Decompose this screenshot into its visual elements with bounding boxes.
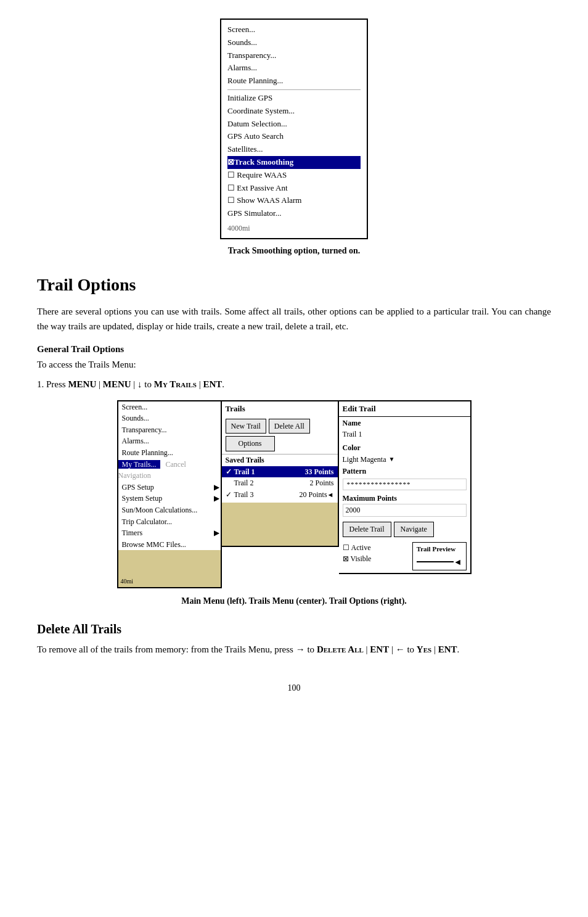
trail-item-2[interactable]: Trail 2 2 Points: [222, 477, 338, 489]
trail-1-name: Trail 1: [234, 466, 305, 478]
trail-1-points: 33 Points: [304, 466, 333, 478]
menu-item-alarms: Alarms...: [227, 62, 361, 75]
preview-arrowhead: ◄: [454, 556, 462, 569]
panels-caption: Main Menu (left). Trails Menu (center). …: [37, 594, 551, 607]
new-trail-button[interactable]: New Trail: [226, 419, 266, 434]
rp-color-label: Color: [339, 442, 470, 454]
trail-preview-box: Trail Preview ◄: [412, 542, 467, 571]
delete-section-title: Delete All Trails: [37, 620, 551, 638]
trail-3-check: ✓: [226, 489, 234, 501]
instruction-text: To access the Trails Menu:: [37, 358, 551, 372]
rp-pattern-label: Pattern: [339, 465, 470, 477]
rp-visible-checkbox[interactable]: ⊠ Visible: [343, 553, 372, 565]
lp-map-label: 40mi: [121, 577, 134, 586]
center-panel: Trails New Trail Delete All Options Save…: [222, 400, 339, 548]
delete-trail-button[interactable]: Delete Trail: [343, 522, 391, 537]
panels-container: Screen... Sounds... Transparency... Alar…: [37, 400, 551, 589]
menu-item-gps-sim: GPS Simulator...: [227, 207, 361, 220]
rp-title: Edit Trail: [339, 401, 470, 417]
delete-section-text: To remove all of the trails from memory:…: [37, 642, 551, 657]
trail-1-check: ✓: [226, 466, 234, 478]
rp-color-value: Light Magenta: [343, 454, 386, 466]
lp-timers: Timers▶: [118, 527, 223, 539]
delete-all-button[interactable]: Delete All: [269, 419, 310, 434]
rp-dropdown-arrow[interactable]: ▼: [388, 454, 394, 464]
lp-screen: Screen...: [118, 401, 223, 413]
rp-max-points-label: Maximum Points: [339, 491, 470, 504]
top-menu-box: Screen... Sounds... Transparency... Alar…: [220, 19, 368, 239]
body-text: There are several options you can use wi…: [37, 304, 551, 334]
rp-name-value: Trail 1: [339, 429, 470, 442]
visible-label: Visible: [351, 553, 372, 565]
menu-item-transparency: Transparency...: [227, 49, 361, 62]
lp-map-area: 40mi: [118, 550, 221, 587]
cp-buttons: New Trail Delete All: [222, 416, 338, 437]
menu-item-screen: Screen...: [227, 23, 361, 36]
rp-active-checkbox[interactable]: ☐ Active: [343, 542, 372, 554]
preview-arrow: ◄: [417, 556, 462, 569]
active-checkbox-box: ☐: [343, 542, 349, 554]
lp-trip-calc: Trip Calculator...: [118, 516, 223, 528]
saved-trails-label: Saved Trails: [222, 454, 338, 466]
trail-2-points: 2 Points: [309, 477, 333, 489]
menu-item-track-smoothing[interactable]: ⊠Track Smoothing: [227, 156, 361, 169]
menu-item-ext-passive: ☐ Ext Passive Ant: [227, 182, 361, 195]
trail-2-check: [226, 477, 234, 489]
lp-route-planning: Route Planning...: [118, 447, 223, 459]
menu-item-require-waas: ☐ Require WAAS: [227, 169, 361, 182]
page-number: 100: [37, 681, 551, 694]
menu-item-sounds: Sounds...: [227, 36, 361, 49]
rp-max-points-value: 2000: [343, 504, 467, 517]
menu-item-satellites: Satellites...: [227, 143, 361, 156]
options-button[interactable]: Options: [226, 436, 275, 451]
rp-bottom-section: ☐ Active ⊠ Visible Trail Preview ◄: [339, 540, 470, 574]
menu-item-show-waas: ☐ Show WAAS Alarm: [227, 194, 361, 207]
visible-checkbox-box: ⊠: [343, 553, 349, 565]
lp-sun-moon: Sun/Moon Calculations...: [118, 504, 223, 516]
menu-item-init-gps: Initialize GPS: [227, 92, 361, 105]
lp-sounds: Sounds...: [118, 413, 223, 424]
lp-gps-setup: GPS Setup▶: [118, 482, 223, 493]
menu-item-route-planning: Route Planning...: [227, 75, 361, 88]
trail-options-section: Trail Options There are several options …: [37, 272, 551, 392]
subsection-title: General Trail Options: [37, 342, 551, 356]
active-label: Active: [351, 542, 371, 554]
trail-3-arrow: ◄: [327, 490, 334, 500]
trail-3-name: Trail 3: [234, 489, 300, 501]
lp-transparency: Transparency...: [118, 424, 223, 436]
rp-action-buttons: Delete Trail Navigate: [339, 519, 470, 540]
cp-title: Trails: [222, 401, 338, 416]
rp-name-label: Name: [339, 417, 470, 429]
rp-pattern-value: ****************: [343, 479, 467, 490]
menu-item-gps-auto: GPS Auto Search: [227, 130, 361, 143]
lp-browse-mmc: Browse MMC Files...: [118, 539, 223, 551]
lp-system-setup: System Setup▶: [118, 493, 223, 504]
navigate-button[interactable]: Navigate: [394, 522, 434, 537]
step-text: 1. Press MENU | MENU | ↓ to My Trails | …: [37, 377, 551, 392]
menu-footer: 4000mi: [227, 223, 361, 234]
trail-2-name: Trail 2: [234, 477, 310, 489]
menu-item-coord-system: Coordinate System...: [227, 105, 361, 118]
section-title: Trail Options: [37, 272, 551, 298]
trail-preview-label: Trail Preview: [417, 545, 455, 553]
top-screenshot-section: Screen... Sounds... Transparency... Alar…: [37, 19, 551, 257]
menu-item-datum: Datum Selection...: [227, 118, 361, 131]
trail-3-points: 20 Points: [300, 489, 327, 501]
rp-color-row: Light Magenta ▼: [339, 454, 470, 466]
trail-item-3[interactable]: ✓ Trail 3 20 Points ◄: [222, 489, 338, 501]
top-caption: Track Smoothing option, turned on.: [228, 244, 360, 257]
trail-item-1[interactable]: ✓ Trail 1 33 Points: [222, 466, 338, 478]
delete-section: Delete All Trails To remove all of the t…: [37, 620, 551, 657]
left-panel: Screen... Sounds... Transparency... Alar…: [117, 400, 222, 589]
lp-alarms: Alarms...: [118, 435, 223, 447]
preview-line: [417, 561, 454, 562]
lp-my-trails[interactable]: My Trails...: [118, 460, 160, 469]
rp-checkboxes: ☐ Active ⊠ Visible: [343, 542, 372, 565]
right-panel: Edit Trail Name Trail 1 Color Light Mage…: [339, 400, 472, 575]
